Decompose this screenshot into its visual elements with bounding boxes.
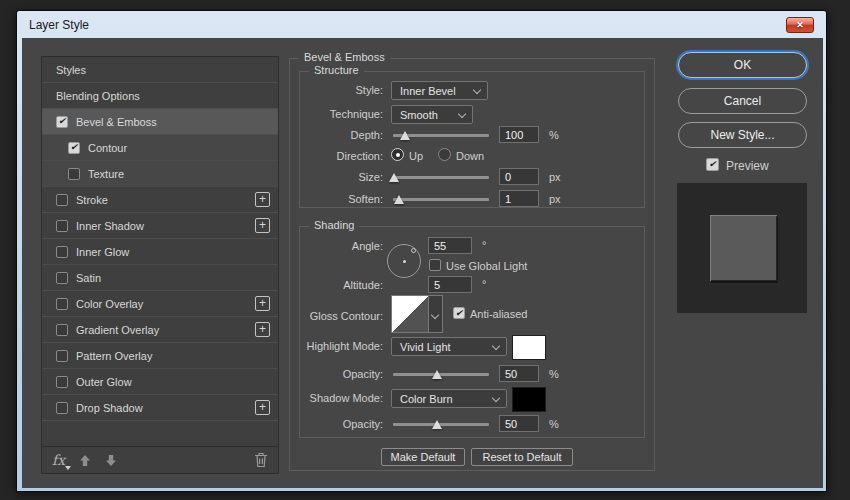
highlight-opacity-input[interactable]: [499, 365, 539, 382]
inner-glow-checkbox[interactable]: [56, 246, 68, 258]
sidebar-item-outer-glow[interactable]: Outer Glow: [42, 369, 278, 395]
add-drop-shadow-icon[interactable]: +: [255, 400, 270, 415]
move-effect-down-icon[interactable]: [105, 454, 117, 467]
sidebar-item-gradient-overlay[interactable]: Gradient Overlay +: [42, 317, 278, 343]
gradient-overlay-checkbox[interactable]: [56, 324, 68, 336]
shadow-opacity-unit: %: [549, 418, 559, 430]
highlight-mode-dropdown[interactable]: Vivid Light: [391, 337, 507, 356]
sidebar-item-stroke[interactable]: Stroke +: [42, 187, 278, 213]
shadow-mode-dropdown[interactable]: Color Burn: [391, 389, 507, 408]
outer-glow-checkbox[interactable]: [56, 376, 68, 388]
add-inner-shadow-icon[interactable]: +: [255, 218, 270, 233]
shadow-opacity-thumb[interactable]: [432, 420, 442, 429]
chevron-down-icon: [458, 110, 466, 118]
close-button[interactable]: ✕: [786, 17, 814, 33]
gloss-contour-label: Gloss Contour:: [310, 310, 383, 322]
preview-checkbox[interactable]: ✔: [706, 158, 719, 171]
size-input[interactable]: [499, 168, 539, 185]
new-style-button[interactable]: New Style...: [678, 122, 807, 148]
texture-checkbox[interactable]: [68, 168, 80, 180]
direction-label: Direction:: [337, 150, 383, 162]
sidebar-item-pattern-overlay[interactable]: Pattern Overlay: [42, 343, 278, 369]
anti-aliased-checkbox[interactable]: ✔: [453, 307, 465, 319]
sidebar-item-label: Satin: [76, 272, 101, 284]
angle-dial[interactable]: [387, 244, 421, 278]
direction-up-radio[interactable]: [391, 148, 404, 161]
sidebar-item-blending-options[interactable]: Blending Options: [42, 83, 278, 109]
size-slider-thumb[interactable]: [389, 173, 399, 182]
add-stroke-icon[interactable]: +: [255, 192, 270, 207]
cancel-button[interactable]: Cancel: [678, 88, 807, 114]
fx-menu-button[interactable]: fx: [52, 452, 65, 468]
depth-slider[interactable]: [393, 134, 489, 137]
shadow-opacity-input[interactable]: [499, 415, 539, 432]
ok-button[interactable]: OK: [678, 52, 807, 78]
stroke-checkbox[interactable]: [56, 194, 68, 206]
highlight-opacity-slider[interactable]: [393, 373, 489, 376]
depth-input[interactable]: [499, 126, 539, 143]
sidebar-item-label: Color Overlay: [76, 298, 143, 310]
check-icon: ✔: [455, 309, 463, 318]
gloss-contour-thumbnail[interactable]: [391, 295, 429, 333]
titlebar[interactable]: Layer Style ✕: [17, 11, 826, 38]
shadow-mode-value: Color Burn: [400, 393, 453, 405]
highlight-color-swatch[interactable]: [512, 335, 546, 360]
shading-legend: Shading: [309, 219, 359, 231]
drop-shadow-checkbox[interactable]: [56, 402, 68, 414]
use-global-light-checkbox[interactable]: [429, 259, 441, 271]
shadow-opacity-slider[interactable]: [393, 423, 489, 426]
sidebar-item-inner-glow[interactable]: Inner Glow: [42, 239, 278, 265]
soften-slider[interactable]: [393, 198, 489, 201]
sidebar-item-satin[interactable]: Satin: [42, 265, 278, 291]
angle-input[interactable]: [428, 237, 472, 254]
move-effect-up-icon[interactable]: [79, 454, 91, 467]
pattern-overlay-checkbox[interactable]: [56, 350, 68, 362]
style-dropdown[interactable]: Inner Bevel: [391, 81, 488, 100]
sidebar-item-styles[interactable]: Styles: [42, 57, 278, 83]
angle-label: Angle:: [352, 240, 383, 252]
sidebar-item-label: Stroke: [76, 194, 108, 206]
chevron-down-icon: [431, 311, 439, 319]
bevel-emboss-checkbox[interactable]: ✔: [56, 116, 68, 128]
make-default-button[interactable]: Make Default: [381, 448, 465, 466]
soften-input[interactable]: [499, 190, 539, 207]
reset-to-default-button[interactable]: Reset to Default: [471, 448, 573, 466]
sidebar-item-inner-shadow[interactable]: Inner Shadow +: [42, 213, 278, 239]
style-value: Inner Bevel: [400, 85, 456, 97]
sidebar-item-bevel-emboss[interactable]: ✔ Bevel & Emboss: [42, 109, 278, 135]
sidebar-item-color-overlay[interactable]: Color Overlay +: [42, 291, 278, 317]
delete-effect-icon[interactable]: [254, 452, 268, 468]
highlight-opacity-thumb[interactable]: [432, 370, 442, 379]
soften-slider-thumb[interactable]: [394, 195, 404, 204]
soften-label: Soften:: [348, 193, 383, 205]
shadow-opacity-label: Opacity:: [343, 418, 383, 430]
style-list: Styles Blending Options ✔ Bevel & Emboss…: [41, 56, 279, 474]
satin-checkbox[interactable]: [56, 272, 68, 284]
sidebar-item-contour[interactable]: ✔ Contour: [42, 135, 278, 161]
altitude-unit: °: [482, 278, 486, 290]
shadow-color-swatch[interactable]: [512, 387, 546, 412]
contour-checkbox[interactable]: ✔: [68, 142, 80, 154]
style-label: Style:: [355, 84, 383, 96]
size-unit: px: [549, 171, 561, 183]
depth-slider-thumb[interactable]: [400, 131, 410, 140]
size-label: Size:: [359, 171, 383, 183]
angle-dial-marker[interactable]: [411, 248, 416, 253]
technique-label: Technique:: [330, 108, 383, 120]
sidebar-item-texture[interactable]: Texture: [42, 161, 278, 187]
color-overlay-checkbox[interactable]: [56, 298, 68, 310]
altitude-input[interactable]: [428, 276, 472, 293]
sidebar-item-label: Bevel & Emboss: [76, 116, 157, 128]
technique-dropdown[interactable]: Smooth: [391, 105, 473, 124]
add-gradient-overlay-icon[interactable]: +: [255, 322, 270, 337]
anti-aliased-label: Anti-aliased: [470, 308, 527, 320]
gloss-contour-dropdown[interactable]: [429, 295, 443, 333]
sidebar-item-drop-shadow[interactable]: Drop Shadow +: [42, 395, 278, 421]
layer-style-dialog: Layer Style ✕ Styles Blending Options ✔ …: [16, 10, 827, 492]
panel-title: Bevel & Emboss: [299, 51, 390, 63]
direction-down-radio[interactable]: [438, 148, 451, 161]
direction-up-label: Up: [409, 150, 423, 162]
inner-shadow-checkbox[interactable]: [56, 220, 68, 232]
size-slider[interactable]: [393, 176, 489, 179]
add-color-overlay-icon[interactable]: +: [255, 296, 270, 311]
